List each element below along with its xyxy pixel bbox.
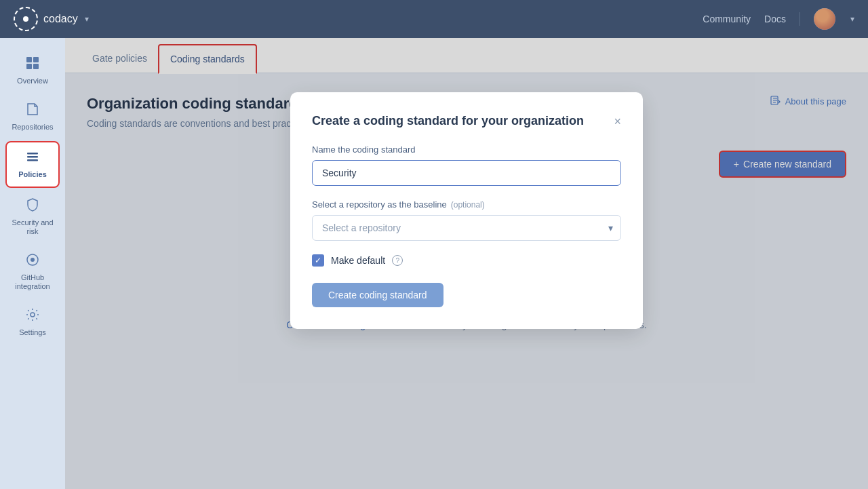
- repositories-icon: [25, 102, 40, 120]
- repo-label-row: Select a repository as the baseline (opt…: [312, 199, 621, 210]
- sidebar-item-overview[interactable]: Overview: [5, 49, 60, 92]
- topnav-right: Community Docs ▾: [703, 8, 854, 30]
- svg-rect-0: [26, 57, 32, 62]
- coding-standard-name-input[interactable]: [312, 160, 621, 186]
- svg-point-8: [31, 258, 35, 262]
- sidebar-item-policies[interactable]: Policies: [5, 141, 60, 187]
- sidebar-item-label-repositories: Repositories: [12, 123, 53, 132]
- brand-name[interactable]: codacy: [43, 13, 78, 25]
- modal-overlay: Create a coding standard for your organi…: [65, 38, 868, 489]
- sidebar-item-security-risk[interactable]: Security and risk: [5, 191, 60, 243]
- svg-point-9: [31, 313, 35, 317]
- sidebar-item-settings[interactable]: Settings: [5, 300, 60, 344]
- make-default-row: ✓ Make default ?: [312, 254, 621, 267]
- community-link[interactable]: Community: [703, 14, 751, 24]
- sidebar-item-label-security-risk: Security and risk: [8, 218, 57, 236]
- avatar-image: [814, 8, 835, 30]
- modal-title: Create a coding standard for your organi…: [312, 114, 584, 128]
- overview-icon: [25, 56, 40, 74]
- svg-rect-4: [27, 153, 38, 155]
- svg-rect-3: [33, 64, 39, 69]
- create-coding-standard-button[interactable]: Create coding standard: [312, 283, 443, 307]
- github-icon: [25, 252, 40, 271]
- info-icon[interactable]: ?: [392, 255, 403, 266]
- svg-rect-5: [27, 156, 38, 158]
- sidebar: Overview Repositories Policies: [0, 38, 65, 489]
- repo-label: Select a repository as the baseline: [312, 199, 447, 210]
- sidebar-item-label-policies: Policies: [18, 170, 47, 179]
- sidebar-item-label-overview: Overview: [17, 77, 48, 85]
- logo-dot: [23, 16, 28, 22]
- sidebar-item-label-github: GitHub integration: [8, 273, 57, 291]
- policies-icon: [25, 149, 40, 168]
- repo-optional-label: (optional): [451, 200, 485, 210]
- svg-rect-1: [33, 57, 39, 62]
- repo-select-wrapper: Select a repository ▾: [312, 215, 621, 241]
- sidebar-item-label-settings: Settings: [19, 328, 46, 337]
- modal-close-button[interactable]: ×: [614, 115, 621, 128]
- make-default-label: Make default: [331, 255, 385, 266]
- avatar[interactable]: [814, 8, 835, 30]
- avatar-chevron-icon[interactable]: ▾: [850, 14, 854, 24]
- top-navigation: codacy ▾ Community Docs ▾: [0, 0, 868, 38]
- settings-icon: [25, 307, 40, 326]
- repo-select[interactable]: Select a repository: [312, 215, 621, 241]
- make-default-checkbox[interactable]: ✓: [312, 254, 324, 267]
- svg-rect-6: [27, 159, 38, 161]
- security-risk-icon: [25, 197, 40, 216]
- modal-header: Create a coding standard for your organi…: [312, 114, 621, 128]
- svg-rect-2: [26, 64, 32, 69]
- docs-link[interactable]: Docs: [764, 14, 786, 24]
- sidebar-item-github[interactable]: GitHub integration: [5, 246, 60, 298]
- sidebar-item-repositories[interactable]: Repositories: [5, 95, 60, 138]
- brand-area: codacy ▾: [14, 7, 89, 31]
- create-coding-standard-modal: Create a coding standard for your organi…: [290, 92, 643, 329]
- nav-divider: [800, 12, 800, 26]
- logo-icon: [14, 7, 38, 31]
- name-label: Name the coding standard: [312, 144, 621, 155]
- brand-chevron-icon[interactable]: ▾: [85, 14, 89, 24]
